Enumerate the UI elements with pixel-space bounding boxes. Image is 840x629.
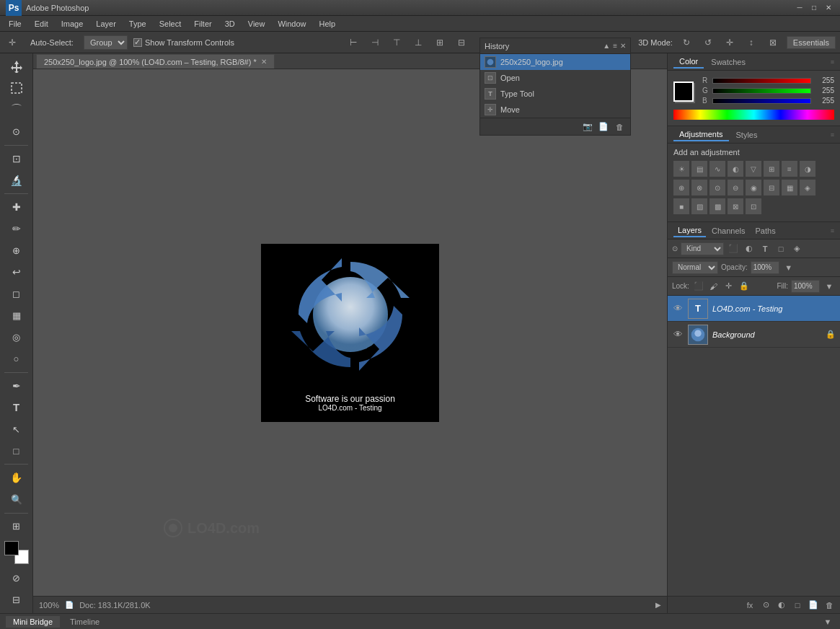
color-spectrum[interactable] (673, 110, 834, 120)
red-slider[interactable] (712, 78, 811, 84)
styles-tab[interactable]: Styles (730, 129, 764, 141)
fill-input[interactable] (791, 280, 820, 293)
kind-dropdown[interactable]: Kind (681, 242, 724, 255)
mini-bridge-tab[interactable]: Mini Bridge (6, 616, 60, 628)
move-tool-button[interactable] (4, 56, 30, 76)
history-brush-button[interactable]: ↩ (4, 262, 30, 282)
bw-icon[interactable]: ◑ (800, 161, 815, 177)
menu-window[interactable]: Window (272, 18, 311, 30)
green-slider[interactable] (712, 88, 811, 94)
layer-item-text[interactable]: 👁 T LO4D.com - Testing (668, 296, 840, 322)
gradient-tool-button[interactable]: ▦ (4, 305, 30, 325)
menu-file[interactable]: File (3, 18, 27, 30)
eraser-tool-button[interactable]: ◻ (4, 283, 30, 304)
levels-icon[interactable]: ▤ (691, 161, 707, 177)
solid-color-icon[interactable]: ■ (673, 198, 689, 214)
titlebar-controls[interactable]: ─ □ ✕ (794, 2, 834, 14)
menu-image[interactable]: Image (56, 18, 89, 30)
new-adjustment-button[interactable]: ◐ (775, 599, 788, 612)
new-group-button[interactable]: □ (791, 599, 804, 612)
fill-arrow-icon[interactable]: ▼ (823, 280, 836, 293)
extra-adj-icon2[interactable]: ⊡ (746, 198, 761, 214)
hand-tool-button[interactable]: ✋ (4, 467, 30, 488)
new-document-btn[interactable]: 📄 (597, 120, 610, 133)
pen-tool-button[interactable]: ✒ (4, 376, 30, 396)
show-transform-controls-label[interactable]: ✓ Show Transform Controls (133, 38, 234, 47)
3d-slide-icon[interactable]: ↕ (743, 35, 759, 50)
3d-rotate-icon[interactable]: ↻ (678, 35, 694, 50)
menu-filter[interactable]: Filter (188, 18, 217, 30)
history-collapse-btn[interactable]: ▲ (603, 42, 610, 50)
layer-item-background[interactable]: 👁 Background 🔒 (668, 322, 840, 348)
hue-sat-icon[interactable]: ⊞ (764, 161, 779, 177)
align-top-icon[interactable]: ⊥ (410, 35, 426, 50)
quick-select-button[interactable]: ⊙ (4, 121, 30, 141)
crop-tool-button[interactable]: ⊡ (4, 149, 30, 169)
adjustments-tab[interactable]: Adjustments (673, 128, 729, 141)
opacity-arrow-icon[interactable]: ▼ (782, 261, 795, 274)
layer-visibility-bg[interactable]: 👁 (672, 329, 684, 340)
maximize-button[interactable]: □ (808, 2, 820, 14)
smart-obj-filter-icon[interactable]: ◈ (790, 242, 803, 255)
extras-tool-button[interactable]: ⊞ (4, 516, 30, 537)
curves-icon[interactable]: ∿ (709, 161, 725, 177)
brush-tool-button[interactable]: ✏ (4, 219, 30, 239)
pattern-fill-icon[interactable]: ▩ (709, 198, 725, 214)
add-mask-button[interactable]: ⊙ (759, 599, 772, 612)
close-tab-button[interactable]: ✕ (261, 58, 267, 66)
blend-mode-dropdown[interactable]: Normal Multiply Screen (672, 261, 718, 274)
foreground-preview[interactable] (673, 82, 694, 102)
shape-filter-icon[interactable]: □ (774, 242, 787, 255)
align-middle-icon[interactable]: ⊞ (432, 35, 448, 50)
history-item-2[interactable]: T Type Tool (480, 86, 630, 102)
layers-panel-menu[interactable]: ≡ (831, 227, 834, 234)
history-item-1[interactable]: ⊡ Open (480, 70, 630, 86)
align-left-icon[interactable]: ⊢ (345, 35, 361, 50)
swatches-tab[interactable]: Swatches (705, 56, 751, 68)
color-lookup-icon[interactable]: ⊙ (709, 180, 725, 195)
lock-pixels-icon[interactable]: ⬛ (692, 280, 705, 293)
exposure-icon[interactable]: ◐ (728, 161, 743, 177)
quick-mask-button[interactable]: ⊘ (4, 568, 30, 589)
history-menu-btn[interactable]: ≡ (613, 42, 617, 50)
shape-tool-button[interactable]: □ (4, 441, 30, 461)
eyedropper-tool-button[interactable]: 🔬 (4, 170, 30, 190)
photo-filter-icon[interactable]: ⊕ (673, 180, 689, 195)
layer-fx-button[interactable]: fx (743, 599, 756, 612)
brightness-contrast-icon[interactable]: ☀ (673, 161, 689, 177)
path-select-button[interactable]: ↖ (4, 419, 30, 439)
close-button[interactable]: ✕ (823, 2, 834, 14)
gradient-fill-icon[interactable]: ▧ (691, 198, 707, 214)
auto-select-dropdown[interactable]: Group Layer (84, 35, 128, 50)
posterize-icon[interactable]: ◉ (746, 180, 761, 195)
lock-paint-icon[interactable]: 🖌 (707, 280, 720, 293)
menu-view[interactable]: View (242, 18, 271, 30)
menu-edit[interactable]: Edit (29, 18, 54, 30)
bottom-bar-collapse-btn[interactable]: ▼ (821, 615, 834, 628)
gradient-map-icon[interactable]: ▦ (782, 180, 797, 195)
vibrance-icon[interactable]: ▽ (746, 161, 761, 177)
history-close-btn[interactable]: ✕ (620, 42, 626, 50)
move-tool-options-icon[interactable]: ✛ (4, 35, 20, 50)
foreground-color-swatch[interactable] (4, 541, 19, 555)
channels-tab[interactable]: Channels (707, 225, 749, 237)
screen-mode-button[interactable]: ⊟ (4, 590, 30, 610)
align-bottom-icon[interactable]: ⊟ (454, 35, 469, 50)
document-tab[interactable]: 250x250_logo.jpg @ 100% (LO4D.com – Test… (36, 54, 275, 69)
3d-scale-icon[interactable]: ⊠ (765, 35, 781, 50)
selective-color-icon[interactable]: ◈ (800, 180, 815, 195)
type-filter-icon[interactable]: T (759, 242, 772, 255)
invert-icon[interactable]: ⊖ (728, 180, 743, 195)
minimize-button[interactable]: ─ (794, 2, 805, 14)
channel-mixer-icon[interactable]: ⊗ (691, 180, 707, 195)
blur-tool-button[interactable]: ◎ (4, 327, 30, 348)
align-right-icon[interactable]: ⊤ (389, 35, 404, 50)
3d-pan-icon[interactable]: ✛ (722, 35, 738, 50)
color-swatches[interactable] (4, 541, 29, 564)
zoom-icon-btn[interactable]: 📄 (65, 601, 74, 609)
blue-slider[interactable] (712, 98, 811, 104)
healing-brush-button[interactable]: ✚ (4, 197, 30, 217)
adjustment-filter-icon[interactable]: ◐ (743, 242, 756, 255)
lasso-tool-button[interactable]: ⌒ (4, 100, 30, 120)
dodge-tool-button[interactable]: ○ (4, 349, 30, 369)
